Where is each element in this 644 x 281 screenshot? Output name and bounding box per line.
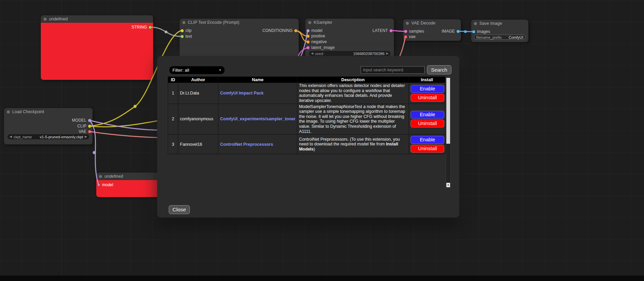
node-title: KSampler (314, 20, 332, 25)
decrement-arrow-icon[interactable]: ◀ (311, 51, 313, 56)
node-ksampler[interactable]: KSampler model positive negative latent_… (306, 19, 394, 61)
output-port-string[interactable] (149, 26, 152, 29)
port-label: clip (185, 28, 192, 33)
extension-row: 1Dr.Lt.DataComfyUI Impact PackThis exten… (168, 83, 445, 104)
chevron-down-icon: ▼ (219, 69, 221, 72)
output-port-conditioning[interactable] (294, 29, 297, 32)
uninstall-button[interactable]: Uninstall (411, 120, 444, 127)
widget-value: v1-5-pruned-emaonly.ckpt (40, 135, 83, 139)
input-port-positive[interactable] (307, 35, 310, 38)
node-collapse-dot-icon[interactable] (99, 175, 102, 178)
port-label: model (102, 182, 113, 187)
extensions-table: ID Author Name Description Install 1Dr.L… (168, 76, 445, 154)
scroll-down-button[interactable]: ▼ (446, 183, 450, 187)
port-label: STRING (132, 25, 147, 30)
col-header-name: Name (218, 77, 297, 83)
port-label: negative (311, 39, 327, 44)
search-button[interactable]: Search (427, 65, 451, 74)
node-title: undefined (104, 174, 123, 179)
port-label: MODEL (72, 118, 86, 123)
node-header[interactable]: Load Checkpoint (4, 108, 93, 116)
node-load-checkpoint[interactable]: Load Checkpoint MODEL CLIP VAE ◀ ckpt_na… (4, 108, 93, 144)
col-header-id: ID (168, 77, 178, 83)
uninstall-button[interactable]: Uninstall (411, 145, 444, 153)
extension-install-cell: EnableUninstall (409, 135, 445, 154)
enable-button[interactable]: Enable (411, 111, 444, 119)
ckpt-name-widget[interactable]: ◀ ckpt_name v1-5-pruned-emaonly.ckpt ▶ (7, 134, 89, 139)
node-collapse-dot-icon[interactable] (44, 18, 47, 21)
input-port-text[interactable] (181, 35, 184, 38)
node-undefined-top[interactable]: undefined STRING (41, 15, 153, 80)
increment-arrow-icon[interactable]: ▶ (386, 51, 389, 56)
wire-dot (165, 31, 167, 33)
extension-author: Fannovel16 (178, 135, 218, 154)
widget-label: seed (315, 52, 323, 56)
extension-id: 1 (168, 83, 178, 104)
scrollbar-thumb[interactable] (446, 78, 450, 144)
port-label: text (185, 34, 192, 39)
input-port-model[interactable] (97, 183, 100, 187)
node-header[interactable]: undefined (41, 15, 153, 23)
output-port-model[interactable] (88, 119, 91, 122)
node-collapse-dot-icon[interactable] (182, 21, 185, 24)
node-header[interactable]: Save Image (471, 20, 528, 27)
extension-link[interactable]: ControlNet Preprocessors (220, 142, 295, 147)
col-header-description: Description (297, 77, 409, 83)
seed-widget[interactable]: ◀ seed 156680208700286 ▶ (309, 51, 391, 56)
extension-id: 2 (168, 104, 178, 135)
port-label: images (477, 29, 490, 34)
node-vae-decode[interactable]: VAE Decode samples vae IMAGE (403, 19, 461, 41)
port-label: vae (409, 34, 415, 39)
node-graph-canvas[interactable]: undefined STRING CLIP Text Encode (Promp… (0, 0, 644, 281)
widget-value: ComfyUI (509, 35, 523, 39)
input-port-samples[interactable] (404, 30, 407, 33)
node-title: Load Checkpoint (12, 109, 44, 114)
enable-button[interactable]: Enable (411, 136, 444, 144)
widget-label: ckpt_name (14, 135, 32, 139)
input-port-negative[interactable] (307, 40, 310, 43)
extension-link[interactable]: ComfyUI Impact Pack (220, 91, 295, 95)
col-header-author: Author (178, 77, 218, 83)
filter-value: Filter: all (172, 68, 189, 73)
filename-prefix-widget[interactable]: filename_prefix ComfyUI (474, 35, 526, 40)
wire-dot (134, 105, 137, 108)
input-port-model[interactable] (307, 29, 310, 32)
extension-description: This extension offers various detector n… (297, 83, 409, 104)
extension-row: 3Fannovel16ControlNet PreprocessorsContr… (168, 135, 445, 154)
extension-link[interactable]: ComfyUI_experiments/sampler_tonemap (220, 117, 295, 121)
port-label: positive (311, 34, 325, 38)
output-port-image[interactable] (457, 30, 460, 33)
filter-select[interactable]: Filter: all ▼ (169, 66, 225, 74)
previous-arrow-icon[interactable]: ◀ (10, 134, 12, 139)
node-title: Save Image (479, 21, 502, 26)
close-button[interactable]: Close (169, 205, 190, 214)
port-label: latent_image (311, 45, 335, 50)
port-label: VAE (79, 129, 86, 134)
widget-label: filename_prefix (476, 35, 502, 39)
node-save-image[interactable]: Save Image images filename_prefix ComfyU… (471, 20, 528, 42)
node-header[interactable]: CLIP Text Encode (Prompt) (180, 19, 299, 26)
uninstall-button[interactable]: Uninstall (411, 94, 444, 102)
node-collapse-dot-icon[interactable] (7, 110, 10, 113)
output-port-vae[interactable] (88, 130, 91, 133)
scrollbar[interactable]: ▼ (446, 77, 451, 188)
output-port-clip[interactable] (88, 125, 91, 128)
node-collapse-dot-icon[interactable] (474, 22, 477, 25)
node-header[interactable]: KSampler (306, 19, 394, 26)
next-arrow-icon[interactable]: ▶ (85, 134, 87, 139)
input-port-images[interactable] (472, 30, 475, 33)
custom-nodes-manager-dialog: Filter: all ▼ Search ID Author Name Desc… (157, 56, 459, 217)
node-collapse-dot-icon[interactable] (308, 21, 311, 24)
port-label: CONDITIONING (262, 28, 293, 33)
input-port-clip[interactable] (181, 29, 184, 32)
enable-button[interactable]: Enable (411, 85, 444, 93)
output-port-latent[interactable] (390, 29, 393, 32)
extension-author: comfyanonymous (178, 104, 218, 135)
node-title: VAE Decode (411, 21, 435, 25)
node-collapse-dot-icon[interactable] (406, 22, 409, 25)
search-input[interactable] (361, 66, 425, 74)
input-port-latent-image[interactable] (307, 46, 310, 49)
node-header[interactable]: VAE Decode (403, 19, 461, 27)
input-port-vae[interactable] (404, 35, 407, 38)
extension-row: 2comfyanonymousComfyUI_experiments/sampl… (168, 104, 445, 135)
